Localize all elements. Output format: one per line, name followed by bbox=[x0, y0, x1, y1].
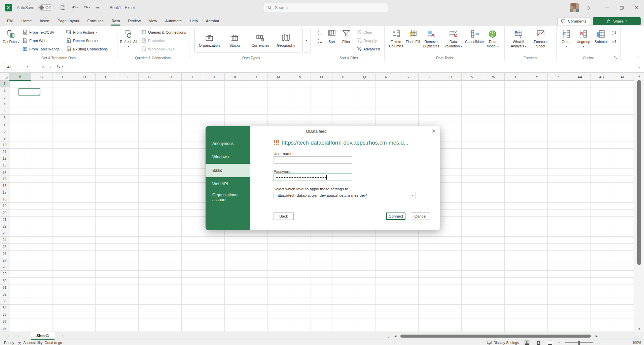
row-header-7[interactable]: 7 bbox=[0, 121, 9, 128]
column-header-p[interactable]: P bbox=[332, 73, 354, 81]
column-header-t[interactable]: T bbox=[419, 73, 440, 81]
column-header-ab[interactable]: AB bbox=[591, 73, 612, 81]
text-to-columns-button[interactable]: Text to Columns bbox=[387, 28, 405, 48]
filter-button[interactable]: Filter bbox=[339, 28, 354, 44]
collapse-ribbon-icon[interactable]: ⌄ bbox=[637, 54, 639, 58]
column-header-m[interactable]: M bbox=[268, 73, 289, 81]
scrollbar-divider-dots[interactable]: ⋮ bbox=[387, 332, 390, 340]
normal-view-button[interactable] bbox=[524, 340, 530, 345]
row-header-9[interactable]: 9 bbox=[0, 135, 9, 142]
redo-dropdown-icon[interactable]: ▾ bbox=[89, 6, 90, 9]
vertical-scrollbar[interactable]: ▲ ▼ bbox=[634, 73, 644, 332]
existing-connections-button[interactable]: Existing Connections bbox=[65, 45, 109, 53]
share-button[interactable]: Share ▾ bbox=[593, 17, 641, 25]
column-header-a[interactable]: A bbox=[9, 73, 31, 81]
name-box-dropdown-icon[interactable]: ▾ bbox=[27, 66, 30, 68]
column-header-x[interactable]: X bbox=[505, 73, 526, 81]
column-header-b[interactable]: B bbox=[31, 73, 52, 81]
subtotal-button[interactable]: Subtotal bbox=[593, 28, 610, 44]
row-header-19[interactable]: 19 bbox=[0, 203, 9, 209]
row-header-34[interactable]: 34 bbox=[0, 305, 9, 311]
flash-fill-button[interactable]: Flash Fill bbox=[405, 28, 420, 44]
row-header-22[interactable]: 22 bbox=[0, 223, 9, 230]
forecast-sheet-button[interactable]: Forecast Sheet bbox=[530, 28, 551, 48]
premium-diamond-icon[interactable]: ◇ bbox=[586, 5, 590, 11]
row-header-8[interactable]: 8 bbox=[0, 128, 9, 135]
vertical-scrollbar-thumb[interactable] bbox=[637, 80, 641, 265]
what-if-analysis-button[interactable]: ? What-If Analysis ▾ bbox=[507, 28, 530, 48]
tab-help[interactable]: Help bbox=[186, 15, 202, 26]
scroll-right-icon[interactable]: ▶ bbox=[596, 332, 598, 340]
from-table-range-button[interactable]: From Table/Range bbox=[22, 45, 61, 53]
zoom-in-button[interactable]: ＋ bbox=[598, 340, 602, 345]
column-header-s[interactable]: S bbox=[397, 73, 419, 81]
row-header-3[interactable]: 3 bbox=[0, 94, 9, 101]
column-header-u[interactable]: U bbox=[440, 73, 462, 81]
row-header-24[interactable]: 24 bbox=[0, 237, 9, 243]
back-button[interactable]: Back bbox=[274, 213, 294, 220]
from-text-csv-button[interactable]: From Text/CSV bbox=[22, 28, 61, 36]
row-header-29[interactable]: 29 bbox=[0, 271, 9, 277]
page-layout-view-button[interactable] bbox=[535, 340, 542, 345]
row-header-21[interactable]: 21 bbox=[0, 217, 9, 223]
column-header-n[interactable]: N bbox=[289, 73, 311, 81]
zoom-slider[interactable] bbox=[565, 342, 593, 343]
tab-data[interactable]: Data bbox=[108, 15, 124, 26]
dialog-url[interactable]: https://tech-dataplatform-dev.apps.rhos.… bbox=[282, 140, 408, 146]
data-type-stocks[interactable]: Stocks bbox=[222, 34, 248, 47]
auth-method-basic[interactable]: Basic bbox=[206, 164, 250, 177]
consolidate-button[interactable]: Consolidate bbox=[465, 28, 484, 44]
row-headers[interactable]: 1234567891011121314151617181920212223242… bbox=[0, 81, 9, 332]
data-model-button[interactable]: {} Data Model ▾ bbox=[484, 28, 501, 48]
column-header-d[interactable]: D bbox=[74, 73, 96, 81]
cancel-button[interactable]: Cancel bbox=[411, 213, 430, 220]
row-header-33[interactable]: 33 bbox=[0, 298, 9, 305]
row-header-1[interactable]: 1 bbox=[0, 81, 9, 87]
queries-connections-button[interactable]: Queries & Connections bbox=[140, 28, 187, 36]
tab-home[interactable]: Home bbox=[17, 15, 36, 26]
column-header-g[interactable]: G bbox=[139, 73, 160, 81]
auth-method-web-api[interactable]: Web API bbox=[206, 177, 250, 191]
page-break-preview-button[interactable] bbox=[546, 340, 553, 345]
username-input[interactable] bbox=[274, 156, 352, 164]
column-header-k[interactable]: K bbox=[225, 73, 246, 81]
column-header-ac[interactable]: AC bbox=[612, 73, 634, 81]
connect-button[interactable]: Connect bbox=[386, 213, 405, 220]
get-data-button[interactable]: Get Data ▾ bbox=[2, 28, 20, 44]
search-input[interactable]: Search bbox=[263, 3, 388, 12]
tab-view[interactable]: View bbox=[145, 15, 161, 26]
customize-quick-access-icon[interactable]: ≂ bbox=[96, 5, 99, 10]
comments-button[interactable]: Comments bbox=[557, 17, 590, 25]
formula-input[interactable] bbox=[67, 63, 633, 71]
column-header-w[interactable]: W bbox=[483, 73, 505, 81]
hide-detail-button[interactable] bbox=[610, 38, 618, 45]
ungroup-button[interactable]: Ungroup▾ bbox=[574, 28, 592, 48]
row-header-6[interactable]: 6 bbox=[0, 115, 9, 121]
column-header-j[interactable]: J bbox=[203, 73, 225, 81]
tab-insert[interactable]: Insert bbox=[36, 15, 53, 26]
tab-automate[interactable]: Automate bbox=[161, 15, 186, 26]
next-sheet-icon[interactable]: › bbox=[13, 334, 22, 339]
sort-ascending-button[interactable]: AZ bbox=[316, 29, 324, 37]
row-header-12[interactable]: 12 bbox=[0, 155, 9, 162]
row-header-4[interactable]: 4 bbox=[0, 101, 9, 108]
cancel-entry-icon[interactable]: ✕ bbox=[40, 65, 47, 69]
sheet-tab-sheet1[interactable]: Sheet1 bbox=[31, 332, 55, 340]
group-button[interactable]: Group▾ bbox=[559, 28, 574, 48]
row-header-11[interactable]: 11 bbox=[0, 149, 9, 155]
data-type-organization[interactable]: Organization bbox=[196, 34, 222, 47]
sort-button[interactable]: ZAAZ Sort bbox=[325, 28, 339, 44]
auth-method-anonymous[interactable]: Anonymous bbox=[206, 137, 250, 150]
close-button[interactable]: ✕ bbox=[629, 0, 644, 15]
tab-formulas[interactable]: Formulas bbox=[83, 15, 108, 26]
outline-dialog-launcher-icon[interactable] bbox=[614, 56, 618, 60]
insert-function-button[interactable]: fx bbox=[55, 64, 62, 69]
advanced-filter-button[interactable]: Advanced bbox=[356, 45, 381, 53]
redo-button[interactable]: ↷▾ bbox=[84, 5, 90, 11]
zoom-slider-thumb[interactable] bbox=[578, 341, 580, 345]
selected-cell-a1[interactable] bbox=[19, 88, 40, 95]
sort-descending-button[interactable]: ZA bbox=[316, 38, 324, 45]
column-header-v[interactable]: V bbox=[462, 73, 483, 81]
column-header-r[interactable]: R bbox=[375, 73, 397, 81]
level-select[interactable]: https://tech-dataplatform-dev.apps.rhos.… bbox=[274, 192, 416, 199]
